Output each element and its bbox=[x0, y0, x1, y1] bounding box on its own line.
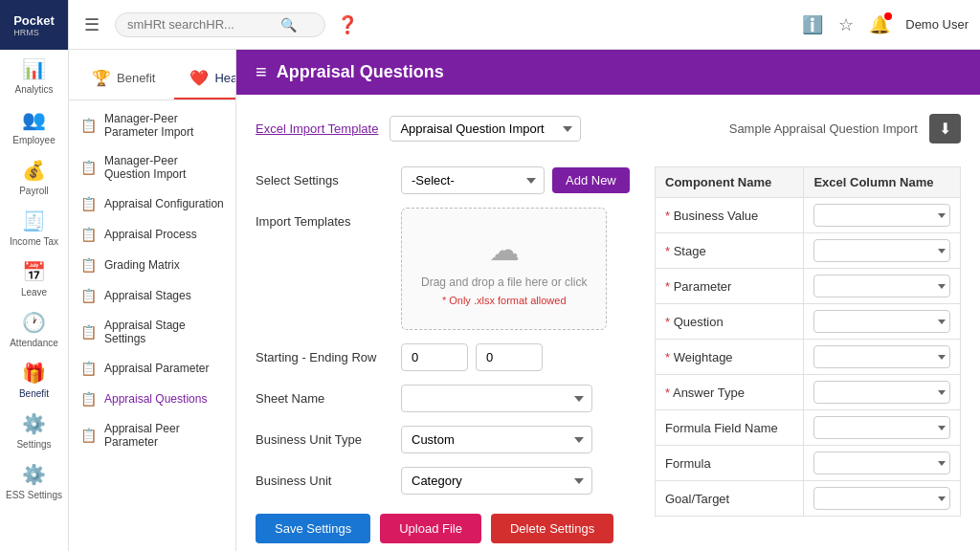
format-note: * Only .xlsx format allowed bbox=[421, 295, 587, 306]
content-area: 🏆 Benefit ❤️ Health 📋 Survey 🔗 Integrati… bbox=[69, 50, 980, 551]
business-unit-select[interactable]: Category bbox=[401, 467, 592, 495]
excel-column-cell[interactable] bbox=[804, 375, 961, 410]
nav-icon-appraisal-stages: 📋 bbox=[80, 288, 97, 303]
save-settings-button[interactable]: Save Settings bbox=[256, 514, 370, 543]
business-unit-type-select[interactable]: Custom bbox=[401, 426, 592, 453]
component-name-cell: Formula bbox=[656, 446, 804, 481]
excel-column-select[interactable] bbox=[813, 204, 950, 227]
left-nav-label-2: Appraisal Configuration bbox=[104, 197, 224, 210]
excel-column-cell[interactable] bbox=[804, 481, 961, 517]
component-name-cell: * Weightage bbox=[656, 340, 804, 375]
business-unit-type-label: Business Unit Type bbox=[256, 426, 390, 447]
sidebar-item-employee[interactable]: 👥 Employee bbox=[0, 100, 68, 151]
select-settings-label: Select Settings bbox=[256, 166, 390, 187]
business-unit-controls: Category bbox=[401, 467, 635, 495]
start-row-input[interactable] bbox=[401, 343, 468, 371]
excel-column-select[interactable] bbox=[813, 345, 950, 368]
info-icon[interactable]: ℹ️ bbox=[802, 14, 823, 35]
left-nav-manager-peer-param[interactable]: 📋 Manager-Peer Parameter Import bbox=[69, 104, 235, 146]
sidebar-item-income-tax[interactable]: 🧾 Income Tax bbox=[0, 202, 68, 253]
left-nav-appraisal-questions[interactable]: 📋 Appraisal Questions bbox=[69, 384, 235, 414]
drop-text: Drag and drop a file here or click bbox=[421, 276, 587, 289]
left-nav-appraisal-process[interactable]: 📋 Appraisal Process bbox=[69, 219, 235, 250]
sheet-name-select[interactable] bbox=[401, 385, 592, 412]
left-nav-appraisal-config[interactable]: 📋 Appraisal Configuration bbox=[69, 188, 235, 219]
tab-benefit[interactable]: 🏆 Benefit bbox=[77, 57, 170, 99]
left-nav-label-3: Appraisal Process bbox=[104, 228, 197, 241]
left-nav: 🏆 Benefit ❤️ Health 📋 Survey 🔗 Integrati… bbox=[69, 50, 236, 551]
left-nav-label-0: Manager-Peer Parameter Import bbox=[104, 112, 224, 139]
excel-column-cell[interactable] bbox=[804, 304, 961, 340]
table-row: Goal/Target bbox=[656, 481, 961, 517]
left-nav-appraisal-parameter[interactable]: 📋 Appraisal Parameter bbox=[69, 353, 235, 384]
sidebar-label-employee: Employee bbox=[12, 135, 55, 145]
right-column: Component Name Excel Column Name * Busin… bbox=[655, 166, 961, 543]
download-button[interactable]: ⬇ bbox=[929, 114, 961, 143]
excel-column-cell[interactable] bbox=[804, 410, 961, 446]
upload-file-button[interactable]: Upload File bbox=[380, 514, 481, 543]
excel-column-cell[interactable] bbox=[804, 269, 961, 304]
table-row: * Business Value bbox=[656, 198, 961, 233]
business-unit-type-row: Business Unit Type Custom bbox=[256, 426, 635, 453]
excel-column-select[interactable] bbox=[813, 381, 950, 404]
help-icon[interactable]: ❓ bbox=[337, 14, 358, 35]
add-new-button[interactable]: Add New bbox=[552, 167, 630, 193]
table-row: Formula bbox=[656, 446, 961, 481]
nav-icon-appraisal-process: 📋 bbox=[80, 227, 97, 242]
sidebar-item-attendance[interactable]: 🕐 Attendance bbox=[0, 303, 68, 354]
excel-column-select[interactable] bbox=[813, 310, 950, 333]
left-nav-appraisal-stages[interactable]: 📋 Appraisal Stages bbox=[69, 280, 235, 311]
delete-settings-button[interactable]: Delete Settings bbox=[491, 514, 613, 543]
star-icon[interactable]: ☆ bbox=[838, 14, 854, 35]
excel-column-cell[interactable] bbox=[804, 340, 961, 375]
left-nav-appraisal-peer-param[interactable]: 📋 Appraisal Peer Parameter bbox=[69, 414, 235, 456]
excel-column-select[interactable] bbox=[813, 452, 950, 474]
page-header: ≡ Appraisal Questions bbox=[236, 50, 980, 95]
excel-column-cell[interactable] bbox=[804, 446, 961, 481]
template-select[interactable]: Appraisal Question Import bbox=[390, 116, 581, 142]
search-box[interactable]: 🔍 bbox=[115, 12, 325, 37]
sidebar-item-benefit[interactable]: 🎁 Benefit bbox=[0, 354, 68, 405]
employee-icon: 👥 bbox=[21, 106, 48, 133]
tab-health[interactable]: ❤️ Health bbox=[174, 57, 236, 99]
excel-column-cell[interactable] bbox=[804, 198, 961, 233]
business-unit-type-controls: Custom bbox=[401, 426, 635, 453]
search-input[interactable] bbox=[127, 17, 280, 32]
left-nav-grading-matrix[interactable]: 📋 Grading Matrix bbox=[69, 250, 235, 280]
sidebar-item-settings[interactable]: ⚙️ Settings bbox=[0, 405, 68, 455]
excel-column-cell[interactable] bbox=[804, 233, 961, 269]
template-row: Excel Import Template Appraisal Question… bbox=[256, 114, 961, 143]
user-menu[interactable]: Demo User bbox=[905, 17, 969, 32]
table-row: * Answer Type bbox=[656, 375, 961, 410]
ess-settings-icon: ⚙️ bbox=[21, 461, 48, 488]
sidebar-item-payroll[interactable]: 💰 Payroll bbox=[0, 151, 68, 202]
end-row-input[interactable] bbox=[476, 343, 543, 371]
excel-column-select[interactable] bbox=[813, 275, 950, 298]
benefit-icon: 🎁 bbox=[21, 360, 48, 386]
component-name-cell: Formula Field Name bbox=[656, 410, 804, 446]
table-row: Formula Field Name bbox=[656, 410, 961, 446]
sidebar-label-attendance: Attendance bbox=[10, 338, 58, 348]
sidebar-item-ess-settings[interactable]: ⚙️ ESS Settings bbox=[0, 455, 68, 506]
hamburger-button[interactable]: ☰ bbox=[80, 11, 103, 39]
notification-icon[interactable]: 🔔 bbox=[869, 14, 890, 35]
excel-import-link[interactable]: Excel Import Template bbox=[256, 121, 378, 136]
required-star: * bbox=[665, 350, 674, 364]
search-icon: 🔍 bbox=[280, 17, 297, 33]
sidebar-item-analytics[interactable]: 📊 Analytics bbox=[0, 50, 68, 100]
nav-icon-manager-peer-question: 📋 bbox=[80, 160, 97, 175]
sidebar-label-payroll: Payroll bbox=[19, 186, 49, 196]
settings-select[interactable]: -Select- bbox=[401, 166, 545, 194]
excel-column-select[interactable] bbox=[813, 239, 950, 262]
excel-column-select[interactable] bbox=[813, 487, 950, 510]
left-nav-appraisal-stage-settings[interactable]: 📋 Appraisal Stage Settings bbox=[69, 311, 235, 353]
drop-zone[interactable]: ☁ Drag and drop a file here or click * O… bbox=[401, 208, 607, 330]
sidebar-label-benefit: Benefit bbox=[19, 388, 49, 399]
nav-icon-appraisal-config: 📋 bbox=[80, 196, 97, 211]
sidebar-item-leave[interactable]: 📅 Leave bbox=[0, 253, 68, 303]
excel-column-select[interactable] bbox=[813, 416, 950, 439]
select-settings-controls: -Select- Add New bbox=[401, 166, 635, 194]
left-nav-manager-peer-question[interactable]: 📋 Manager-Peer Question Import bbox=[69, 146, 235, 188]
component-table: Component Name Excel Column Name * Busin… bbox=[655, 166, 961, 517]
component-name-cell: * Business Value bbox=[656, 198, 804, 233]
